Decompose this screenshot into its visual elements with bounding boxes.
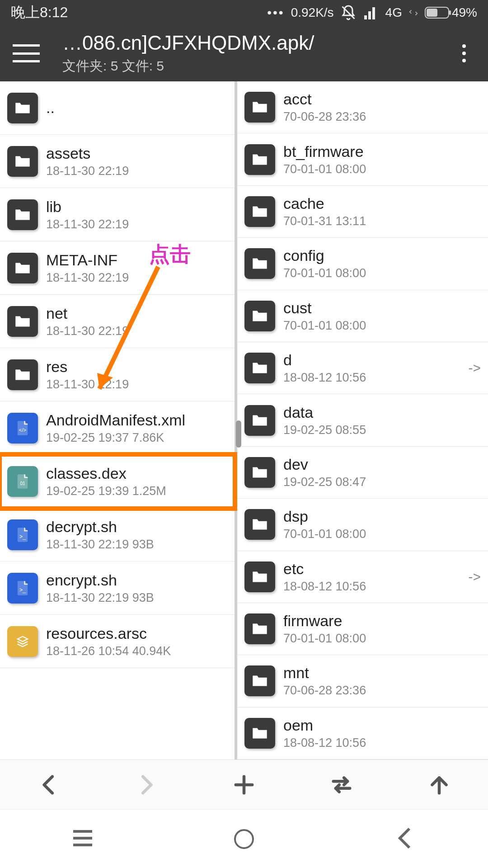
file-name: classes.dex	[46, 465, 227, 482]
file-row[interactable]: ..	[0, 81, 235, 135]
svg-text:>_: >_	[19, 533, 26, 539]
file-row[interactable]: etc18-08-12 10:56->	[237, 551, 488, 603]
file-meta: 18-11-30 22:19	[46, 271, 227, 285]
mute-icon	[340, 5, 357, 21]
file-name: bt_firmware	[283, 143, 481, 160]
file-row[interactable]: >_encrypt.sh18-11-30 22:19 93B	[0, 561, 235, 615]
file-name: config	[283, 247, 481, 264]
file-row[interactable]: net18-11-30 22:19	[0, 295, 235, 348]
file-name: cust	[283, 299, 481, 317]
transfer-button[interactable]	[325, 769, 358, 801]
pane-divider[interactable]	[236, 420, 241, 448]
file-meta: 18-11-30 22:19	[46, 217, 227, 231]
toolbar-subtitle: 文件夹: 5 文件: 5	[62, 57, 453, 75]
status-speed: 0.92K/s	[291, 5, 334, 20]
overflow-menu-button[interactable]	[453, 44, 475, 62]
file-row[interactable]: acct70-06-28 23:36	[237, 81, 488, 133]
folder-icon	[7, 306, 38, 337]
up-button[interactable]	[423, 769, 455, 801]
file-name: decrypt.sh	[46, 518, 227, 536]
nav-home-button[interactable]	[234, 829, 254, 849]
folder-icon	[244, 248, 275, 279]
file-row[interactable]: lib18-11-30 22:19	[0, 188, 235, 241]
back-button[interactable]	[33, 769, 65, 801]
updown-icon	[408, 5, 418, 21]
toolbar-title: …086.cn]CJFXHQDMX.apk/	[62, 32, 453, 54]
folder-icon	[244, 665, 275, 696]
right-pane[interactable]: acct70-06-28 23:36bt_firmware70-01-01 08…	[237, 81, 488, 760]
file-meta: 70-06-28 23:36	[283, 110, 481, 124]
file-name: AndroidManifest.xml	[46, 411, 227, 429]
folder-icon	[244, 561, 275, 592]
file-meta: 18-08-12 10:56	[283, 736, 481, 750]
file-meta: 18-11-30 22:19	[46, 164, 227, 178]
folder-icon	[244, 92, 275, 123]
file-row[interactable]: bt_firmware70-01-01 08:00	[237, 133, 488, 185]
nav-back-button[interactable]	[392, 825, 419, 854]
file-row[interactable]: config70-01-01 08:00	[237, 238, 488, 290]
more-dots-icon: •••	[267, 5, 284, 20]
file-row[interactable]: firmware70-01-01 08:00	[237, 603, 488, 655]
file-name: mnt	[283, 664, 481, 682]
file-icon	[7, 626, 38, 657]
nav-menu-button[interactable]	[69, 825, 96, 854]
file-meta: 70-01-01 08:00	[283, 632, 481, 646]
file-meta: 70-06-28 23:36	[283, 684, 481, 698]
file-meta: 18-11-30 22:19 93B	[46, 538, 227, 552]
folder-icon	[244, 301, 275, 331]
file-meta: 19-02-25 08:55	[283, 423, 481, 437]
menu-button[interactable]	[13, 44, 40, 62]
file-row[interactable]: oem18-08-12 10:56	[237, 708, 488, 760]
file-row[interactable]: res18-11-30 22:19	[0, 348, 235, 401]
file-name: META-INF	[46, 251, 227, 269]
file-name: firmware	[283, 612, 481, 630]
system-nav-bar	[0, 809, 488, 868]
file-row[interactable]: resources.arsc18-11-26 10:54 40.94K	[0, 615, 235, 668]
file-row[interactable]: d18-08-12 10:56->	[237, 342, 488, 394]
folder-icon	[244, 353, 275, 383]
file-row[interactable]: mnt70-06-28 23:36	[237, 655, 488, 707]
battery-percent: 49%	[452, 5, 477, 20]
file-name: cache	[283, 195, 481, 212]
status-right: ••• 0.92K/s 4G 49%	[267, 5, 477, 21]
file-meta: 18-11-30 22:19 93B	[46, 591, 227, 605]
forward-button[interactable]	[130, 769, 163, 801]
file-row[interactable]: cust70-01-01 08:00	[237, 290, 488, 342]
left-pane[interactable]: ..assets18-11-30 22:19lib18-11-30 22:19M…	[0, 81, 237, 760]
file-row[interactable]: cache70-01-31 13:11	[237, 186, 488, 238]
file-row[interactable]: </>AndroidManifest.xml19-02-25 19:37 7.8…	[0, 401, 235, 455]
file-row[interactable]: 01classes.dex19-02-25 19:39 1.25M	[0, 455, 235, 508]
file-name: oem	[283, 717, 481, 734]
add-button[interactable]	[228, 769, 260, 801]
symlink-arrow: ->	[464, 569, 481, 585]
bottom-action-bar	[0, 760, 488, 809]
app-toolbar: …086.cn]CJFXHQDMX.apk/ 文件夹: 5 文件: 5	[0, 25, 488, 81]
signal-icon	[363, 5, 379, 21]
status-bar: 晚上8:12 ••• 0.92K/s 4G 49%	[0, 0, 488, 25]
status-network: 4G	[385, 5, 402, 20]
folder-icon	[244, 509, 275, 540]
file-name: encrypt.sh	[46, 571, 227, 589]
file-icon: 01	[7, 466, 38, 497]
folder-icon	[244, 613, 275, 644]
file-icon: >_	[7, 519, 38, 550]
folder-icon	[244, 457, 275, 488]
battery-icon: 49%	[425, 5, 477, 20]
folder-icon	[244, 196, 275, 227]
file-row[interactable]: data19-02-25 08:55	[237, 394, 488, 446]
file-name: data	[283, 404, 481, 421]
svg-text:>_: >_	[19, 586, 26, 593]
folder-icon	[7, 146, 38, 177]
file-name: res	[46, 358, 227, 376]
file-row[interactable]: assets18-11-30 22:19	[0, 135, 235, 188]
file-row[interactable]: >_decrypt.sh18-11-30 22:19 93B	[0, 508, 235, 561]
file-meta: 70-01-01 08:00	[283, 162, 481, 176]
file-row[interactable]: dsp70-01-01 08:00	[237, 499, 488, 551]
dual-pane: ..assets18-11-30 22:19lib18-11-30 22:19M…	[0, 81, 488, 760]
file-meta: 70-01-01 08:00	[283, 266, 481, 280]
file-meta: 18-11-30 22:19	[46, 377, 227, 392]
file-meta: 18-11-30 22:19	[46, 324, 227, 338]
file-row[interactable]: dev19-02-25 08:47	[237, 447, 488, 499]
file-meta: 18-08-12 10:56	[283, 580, 464, 594]
file-row[interactable]: META-INF18-11-30 22:19	[0, 241, 235, 295]
